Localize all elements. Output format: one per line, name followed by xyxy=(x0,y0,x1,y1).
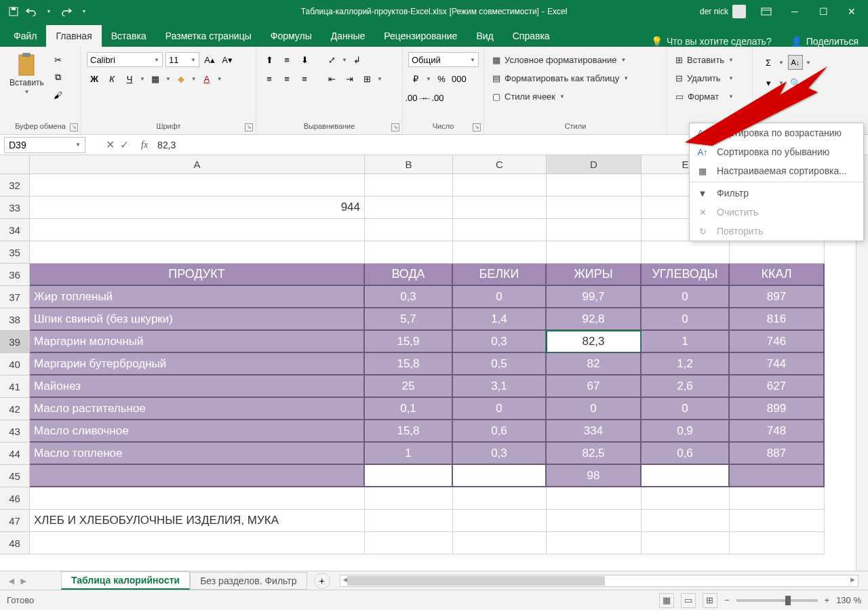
zoom-in-button[interactable]: + xyxy=(825,595,830,605)
row-header[interactable]: 39 xyxy=(0,331,29,353)
tell-me-search[interactable]: 💡Что вы хотите сделать? xyxy=(642,36,781,47)
decrease-decimal-icon[interactable]: ←.00 xyxy=(426,90,441,105)
conditional-formatting-button[interactable]: ▦Условное форматирование▼ xyxy=(490,54,631,66)
row-header[interactable]: 40 xyxy=(0,353,29,375)
clipboard-launcher[interactable]: ↘ xyxy=(70,123,78,131)
cell[interactable] xyxy=(730,465,825,487)
cell[interactable]: 1 xyxy=(642,331,730,353)
cell[interactable]: ХЛЕБ И ХЛЕБОБУЛОЧНЫЕ ИЗДЕЛИЯ, МУКА xyxy=(30,510,365,532)
orientation-icon[interactable]: ⤢ xyxy=(324,52,339,67)
ribbon-display-icon[interactable] xyxy=(753,2,780,21)
cell[interactable]: Майонез xyxy=(30,375,365,398)
font-name-combo[interactable]: Calibri▼ xyxy=(87,52,163,67)
custom-sort-item[interactable]: ▦Настраиваемая сортировка... xyxy=(690,161,863,180)
row-header[interactable]: 44 xyxy=(0,443,29,465)
name-box[interactable]: D39▼ xyxy=(4,137,85,153)
cell[interactable]: 744 xyxy=(730,353,825,375)
row-header[interactable]: 41 xyxy=(0,375,29,398)
sheet-nav[interactable]: ◄► xyxy=(0,575,61,586)
cell[interactable] xyxy=(30,465,365,487)
cell[interactable]: 0,5 xyxy=(453,353,547,375)
column-header[interactable]: C xyxy=(453,155,547,174)
row-header[interactable]: 35 xyxy=(0,241,29,264)
align-bottom-icon[interactable]: ⬇ xyxy=(297,52,312,67)
zoom-out-button[interactable]: − xyxy=(724,595,730,605)
cell[interactable]: 0,6 xyxy=(642,443,730,465)
wrap-text-icon[interactable]: ↲ xyxy=(350,52,365,67)
font-size-combo[interactable]: 11▼ xyxy=(165,52,199,67)
cell[interactable]: 1 xyxy=(365,443,453,465)
row-header[interactable]: 38 xyxy=(0,308,29,331)
cell[interactable]: 0,3 xyxy=(453,331,547,353)
autosum-icon[interactable]: Σ xyxy=(761,55,776,70)
clear-filter-item[interactable]: ✕Очистить xyxy=(690,203,863,222)
filter-item[interactable]: ▼Фильтр xyxy=(690,184,863,203)
sheet-tab[interactable]: Без разделов. Фильтр xyxy=(190,572,307,590)
format-painter-icon[interactable]: 🖌 xyxy=(51,87,66,102)
save-icon[interactable] xyxy=(7,5,20,18)
align-center-icon[interactable]: ≡ xyxy=(279,71,294,86)
cell[interactable] xyxy=(365,465,453,487)
column-header[interactable]: A xyxy=(30,155,365,174)
cell[interactable] xyxy=(453,465,547,487)
row-header[interactable]: 37 xyxy=(0,286,29,308)
tab-formulas[interactable]: Формулы xyxy=(261,25,321,47)
zoom-slider[interactable] xyxy=(736,599,818,602)
minimize-button[interactable]: ─ xyxy=(781,2,808,21)
decrease-font-icon[interactable]: A▾ xyxy=(220,52,235,67)
paste-button[interactable]: Вставить ▼ xyxy=(5,49,48,98)
tab-review[interactable]: Рецензирование xyxy=(374,25,467,47)
row-header[interactable]: 46 xyxy=(0,487,29,510)
cell[interactable]: 0 xyxy=(547,398,642,420)
cell[interactable]: 2,6 xyxy=(642,375,730,398)
sort-ascending-item[interactable]: A↓Сортировка по возрастанию xyxy=(690,123,863,142)
fill-color-icon[interactable]: ◆ xyxy=(174,71,189,86)
number-format-combo[interactable]: Общий▼ xyxy=(408,52,479,67)
cell[interactable]: 0 xyxy=(642,286,730,308)
clear-icon[interactable]: ⌫ xyxy=(761,96,776,110)
tab-layout[interactable]: Разметка страницы xyxy=(156,25,261,47)
cut-icon[interactable]: ✂ xyxy=(51,52,66,67)
tab-file[interactable]: Файл xyxy=(4,25,46,47)
cell[interactable]: 1,2 xyxy=(642,353,730,375)
cell[interactable]: 0,6 xyxy=(453,420,547,443)
merge-icon[interactable]: ⊞ xyxy=(359,71,374,86)
delete-cells-button[interactable]: ⊟Удалить▼ xyxy=(673,72,736,85)
cell[interactable]: Жир топленый xyxy=(30,286,365,308)
column-header[interactable]: B xyxy=(365,155,453,174)
row-header[interactable]: 42 xyxy=(0,398,29,420)
cell[interactable]: 82,5 xyxy=(547,443,642,465)
cell[interactable]: 3,1 xyxy=(453,375,547,398)
maximize-button[interactable]: ☐ xyxy=(810,2,837,21)
page-layout-view-icon[interactable]: ▭ xyxy=(681,593,696,608)
undo-dropdown-icon[interactable]: ▼ xyxy=(42,5,56,18)
font-color-icon[interactable]: A xyxy=(199,71,214,86)
cell[interactable]: ЖИРЫ xyxy=(547,264,642,286)
cell[interactable]: Маргарин бутербродный xyxy=(30,353,365,375)
row-header[interactable]: 33 xyxy=(0,197,29,219)
find-select-icon[interactable]: 🔍 xyxy=(788,75,803,90)
cell[interactable]: 627 xyxy=(730,375,825,398)
align-right-icon[interactable]: ≡ xyxy=(297,71,312,86)
reapply-item[interactable]: ↻Повторить xyxy=(690,222,863,241)
fill-icon[interactable]: ▾ xyxy=(761,75,776,90)
cell[interactable]: БЕЛКИ xyxy=(453,264,547,286)
cell[interactable]: 899 xyxy=(730,398,825,420)
row-header[interactable]: 43 xyxy=(0,420,29,443)
percent-icon[interactable]: % xyxy=(434,71,449,86)
redo-icon[interactable] xyxy=(60,5,73,18)
cell[interactable]: 887 xyxy=(730,443,825,465)
cell[interactable]: 0 xyxy=(453,286,547,308)
cell[interactable]: ККАЛ xyxy=(730,264,825,286)
decrease-indent-icon[interactable]: ⇤ xyxy=(324,71,339,86)
close-button[interactable]: ✕ xyxy=(838,2,865,21)
horizontal-scrollbar[interactable]: ◄► xyxy=(340,575,859,587)
cell[interactable]: 0 xyxy=(453,398,547,420)
cell[interactable]: 897 xyxy=(730,286,825,308)
cell[interactable]: 82,3 xyxy=(547,331,642,353)
italic-button[interactable]: К xyxy=(104,71,119,86)
cell[interactable]: 0 xyxy=(642,398,730,420)
cell[interactable] xyxy=(642,465,730,487)
cell[interactable]: 25 xyxy=(365,375,453,398)
cell[interactable]: 5,7 xyxy=(365,308,453,331)
